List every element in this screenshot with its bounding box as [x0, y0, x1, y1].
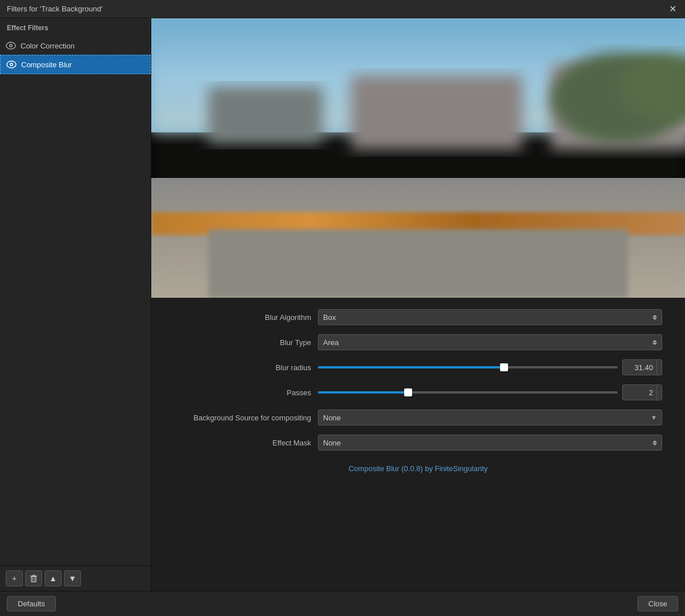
blur-type-label: Blur Type [174, 338, 311, 347]
defaults-button[interactable]: Defaults [7, 596, 56, 611]
track-preview-image [151, 18, 685, 298]
title-bar: Filters for 'Track Background' ✕ [0, 0, 685, 18]
background-source-dropdown[interactable]: None ▼ [318, 410, 662, 425]
color-correction-label: Color Correction [21, 42, 75, 50]
title-bar-text: Filters for 'Track Background' [7, 5, 103, 13]
background-source-value: None [323, 414, 341, 422]
blur-type-down-arrow [652, 343, 657, 345]
close-button[interactable]: Close [638, 596, 678, 611]
effect-mask-arrows [652, 440, 657, 445]
trash-icon [30, 574, 38, 582]
passes-value: 2 [623, 388, 656, 397]
preview-canvas [151, 18, 685, 298]
blur-radius-spinners [656, 360, 662, 375]
blur-algorithm-arrows [652, 315, 657, 320]
blur-algorithm-down-arrow [652, 318, 657, 320]
blur-type-up-arrow [652, 340, 657, 342]
blur-radius-control: 31.40 [318, 359, 662, 375]
passes-label: Passes [174, 388, 311, 397]
passes-row: Passes 2 [174, 384, 662, 400]
blur-algorithm-up-arrow [652, 315, 657, 317]
svg-rect-6 [31, 577, 36, 582]
chevron-down-icon: ▼ [651, 414, 657, 421]
blur-algorithm-row: Blur Algorithm Box [174, 309, 662, 325]
effect-mask-value: None [323, 439, 341, 447]
blur-radius-slider-thumb[interactable] [500, 363, 508, 371]
window-bottom-toolbar: Defaults Close [0, 591, 685, 616]
blur-radius-slider-track[interactable] [318, 366, 618, 368]
blur-type-dropdown[interactable]: Area [318, 334, 662, 350]
close-window-button[interactable]: ✕ [667, 3, 678, 15]
plugin-name-link[interactable]: Composite Blur (0.0.8) [349, 464, 423, 473]
passes-slider-row: 2 [318, 384, 662, 400]
passes-slider-fill [318, 391, 408, 394]
blur-algorithm-value: Box [323, 313, 336, 322]
right-panel: Blur Algorithm Box Blur Type A [151, 18, 685, 591]
passes-control: 2 [318, 384, 662, 400]
main-container: Effect Filters Color Correction Composit… [0, 18, 685, 591]
sidebar: Effect Filters Color Correction Composit… [0, 18, 151, 591]
blur-radius-value-box: 31.40 [622, 359, 662, 375]
blur-type-row: Blur Type Area [174, 334, 662, 350]
background-source-control: None ▼ [318, 410, 662, 425]
background-source-label: Background Source for compositing [174, 414, 311, 422]
effect-mask-up-arrow [652, 440, 657, 443]
effect-mask-row: Effect Mask None [174, 435, 662, 451]
preview-area [151, 18, 685, 298]
blur-algorithm-dropdown[interactable]: Box [318, 309, 662, 325]
eye-icon-composite-blur [6, 59, 17, 70]
plugin-info: Composite Blur (0.0.8) by FiniteSingular… [174, 464, 662, 473]
plugin-author-link[interactable]: FiniteSingularity [435, 464, 488, 473]
blur-type-control: Area [318, 334, 662, 350]
passes-value-box: 2 [622, 384, 662, 400]
composite-blur-label: Composite Blur [21, 60, 72, 69]
blur-type-value: Area [323, 338, 339, 347]
sidebar-section-label: Effect Filters [0, 18, 151, 37]
passes-slider-track[interactable] [318, 391, 618, 394]
blur-radius-row: Blur radius 31.40 [174, 359, 662, 375]
sidebar-toolbar: + ▲ ▼ [0, 565, 151, 591]
remove-filter-button[interactable] [25, 570, 42, 586]
blur-algorithm-label: Blur Algorithm [174, 313, 311, 322]
sidebar-item-color-correction[interactable]: Color Correction [0, 37, 151, 55]
svg-point-5 [11, 64, 13, 66]
svg-point-2 [10, 45, 12, 47]
eye-icon-color-correction [6, 40, 16, 51]
effect-mask-down-arrow [652, 443, 657, 445]
effect-mask-control: None [318, 435, 662, 451]
add-filter-button[interactable]: + [6, 570, 23, 586]
passes-spinners [656, 385, 662, 400]
blur-radius-label: Blur radius [174, 363, 311, 372]
blur-radius-value: 31.40 [623, 363, 656, 372]
passes-slider-thumb[interactable] [404, 388, 412, 396]
background-source-row: Background Source for compositing None ▼ [174, 410, 662, 425]
blur-radius-slider-row: 31.40 [318, 359, 662, 375]
move-up-button[interactable]: ▲ [45, 570, 62, 586]
move-down-button[interactable]: ▼ [64, 570, 81, 586]
blur-radius-slider-fill [318, 366, 504, 368]
blur-algorithm-control: Box [318, 309, 662, 325]
sidebar-item-composite-blur[interactable]: Composite Blur [0, 55, 151, 74]
settings-area: Blur Algorithm Box Blur Type A [151, 298, 685, 591]
effect-mask-label: Effect Mask [174, 439, 311, 447]
svg-rect-22 [151, 18, 685, 298]
sidebar-spacer [0, 74, 151, 565]
effect-mask-dropdown[interactable]: None [318, 435, 662, 451]
blur-type-arrows [652, 340, 657, 345]
